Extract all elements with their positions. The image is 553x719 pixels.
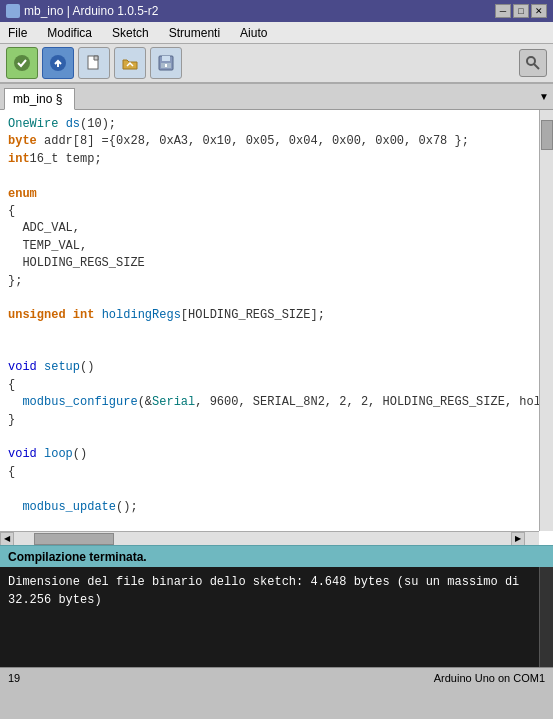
board-info: Arduino Uno on COM1 [434, 672, 545, 684]
menu-aiuto[interactable]: Aiuto [236, 25, 271, 41]
vertical-scrollbar[interactable] [539, 110, 553, 531]
console-line-2: 32.256 bytes) [8, 593, 102, 607]
tab-bar: mb_ino § ▼ [0, 84, 553, 110]
menu-strumenti[interactable]: Strumenti [165, 25, 224, 41]
menu-file[interactable]: File [4, 25, 31, 41]
tab-dropdown-arrow[interactable]: ▼ [539, 91, 549, 102]
scroll-left-arrow[interactable]: ◀ [0, 532, 14, 546]
minimize-button[interactable]: ─ [495, 4, 511, 18]
app-icon [6, 4, 20, 18]
open-button[interactable] [114, 47, 146, 79]
console-scrollbar[interactable] [539, 567, 553, 667]
tab-mb-ino[interactable]: mb_ino § [4, 88, 75, 110]
menu-sketch[interactable]: Sketch [108, 25, 153, 41]
svg-point-7 [527, 57, 535, 65]
verify-button[interactable] [6, 47, 38, 79]
horizontal-scrollbar-thumb[interactable] [34, 533, 114, 545]
console-status-bar: Compilazione terminata. [0, 545, 553, 567]
tab-label: mb_ino § [13, 92, 62, 106]
window-title: mb_ino | Arduino 1.0.5-r2 [24, 4, 159, 18]
search-button[interactable] [519, 49, 547, 77]
upload-button[interactable] [42, 47, 74, 79]
menu-bar: File Modifica Sketch Strumenti Aiuto [0, 22, 553, 44]
svg-rect-5 [162, 56, 170, 61]
save-button[interactable] [150, 47, 182, 79]
editor-wrapper: OneWire ds(10); byte addr[8] ={0x28, 0xA… [0, 110, 553, 545]
code-editor[interactable]: OneWire ds(10); byte addr[8] ={0x28, 0xA… [0, 110, 539, 531]
vertical-scrollbar-thumb[interactable] [541, 120, 553, 150]
scroll-right-arrow[interactable]: ▶ [511, 532, 525, 546]
console-status-text: Compilazione terminata. [8, 550, 147, 564]
new-button[interactable] [78, 47, 110, 79]
svg-line-8 [534, 64, 539, 69]
horizontal-scrollbar[interactable]: ◀ ▶ [0, 531, 539, 545]
toolbar [0, 44, 553, 84]
line-number: 19 [8, 672, 20, 684]
maximize-button[interactable]: □ [513, 4, 529, 18]
console-line-1: Dimensione del file binario dello sketch… [8, 575, 519, 589]
console-output: Dimensione del file binario dello sketch… [0, 567, 553, 667]
svg-point-0 [14, 55, 30, 71]
window-controls[interactable]: ─ □ ✕ [495, 4, 547, 18]
title-bar: mb_ino | Arduino 1.0.5-r2 ─ □ ✕ [0, 0, 553, 22]
close-button[interactable]: ✕ [531, 4, 547, 18]
menu-modifica[interactable]: Modifica [43, 25, 96, 41]
title-bar-left: mb_ino | Arduino 1.0.5-r2 [6, 4, 159, 18]
status-bar: 19 Arduino Uno on COM1 [0, 667, 553, 687]
